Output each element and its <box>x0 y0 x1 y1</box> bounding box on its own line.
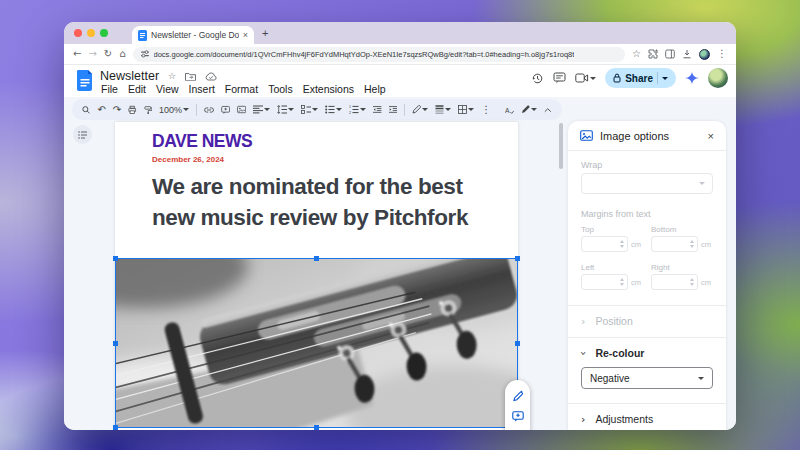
tab-close-icon[interactable]: × <box>243 31 248 40</box>
chrome-menu-icon[interactable]: ⋮ <box>717 49 727 59</box>
numbered-list-control[interactable]: 12 <box>349 105 366 114</box>
star-document-icon[interactable]: ☆ <box>168 71 176 81</box>
table-options-control[interactable] <box>458 105 474 114</box>
recolour-section[interactable]: › Re-colour <box>581 347 713 359</box>
margin-right-label: Right <box>651 263 670 272</box>
site-settings-icon[interactable] <box>141 50 149 58</box>
docs-logo[interactable] <box>77 70 93 91</box>
selection-handle-bottom-center[interactable] <box>314 425 319 430</box>
share-caret-icon[interactable] <box>662 77 668 80</box>
traffic-minimize-button[interactable] <box>87 29 95 37</box>
bookmark-star-icon[interactable]: ☆ <box>632 49 641 59</box>
new-tab-button[interactable]: + <box>262 27 268 39</box>
zoom-caret-icon <box>183 108 189 111</box>
profile-avatar[interactable] <box>699 49 710 60</box>
document-title[interactable]: Newsletter <box>100 69 159 83</box>
side-panel-icon[interactable] <box>665 49 675 59</box>
menu-tools[interactable]: Tools <box>263 83 298 96</box>
position-section[interactable]: › Position <box>581 315 713 327</box>
menu-format[interactable]: Format <box>220 83 263 96</box>
menu-insert[interactable]: Insert <box>184 83 220 96</box>
address-bar[interactable]: docs.google.com/document/d/1QVrCmFHhv4jF… <box>133 47 626 62</box>
recolour-label: Re-colour <box>595 347 644 359</box>
image-quick-actions <box>505 380 530 430</box>
pen-tools-control[interactable] <box>412 105 428 114</box>
reload-icon[interactable]: ↻ <box>104 49 112 59</box>
add-comment-icon[interactable] <box>221 105 230 115</box>
margin-bottom-label: Bottom <box>651 225 676 234</box>
add-comment-image-icon[interactable] <box>512 411 524 422</box>
checklist-control[interactable] <box>301 105 318 114</box>
menu-extensions[interactable]: Extensions <box>298 83 359 96</box>
home-icon[interactable]: ⌂ <box>119 49 125 59</box>
margin-top-field[interactable] <box>581 236 628 252</box>
panel-close-icon[interactable]: × <box>708 130 714 142</box>
selection-handle-top-right[interactable] <box>515 256 520 261</box>
selection-handle-top-left[interactable] <box>113 256 118 261</box>
line-spacing-control[interactable] <box>277 105 294 114</box>
margin-left-field[interactable] <box>581 274 628 290</box>
bulleted-list-control[interactable] <box>325 105 342 114</box>
recolour-value: Negative <box>590 373 698 384</box>
zoom-control[interactable]: 100% <box>159 105 189 115</box>
traffic-zoom-button[interactable] <box>100 29 108 37</box>
menu-view[interactable]: View <box>151 83 184 96</box>
recolour-chevron-icon: › <box>578 351 589 355</box>
adjustments-label: Adjustments <box>595 413 653 425</box>
download-icon[interactable] <box>682 49 692 59</box>
margin-right-field[interactable] <box>651 274 698 290</box>
move-folder-icon[interactable] <box>185 72 196 81</box>
gemini-sparkle-icon[interactable] <box>685 71 699 85</box>
selection-handle-middle-left[interactable] <box>113 341 118 346</box>
extensions-icon[interactable] <box>648 49 658 59</box>
document-outline-button[interactable] <box>73 125 92 144</box>
undo-icon[interactable]: ↶ <box>97 105 105 115</box>
browser-tab[interactable]: Newsletter - Google Docs × <box>132 26 254 44</box>
edit-image-icon[interactable] <box>512 390 524 402</box>
toolbar-overflow-icon[interactable]: ⋮ <box>481 105 491 115</box>
redo-icon[interactable]: ↷ <box>113 105 121 115</box>
margin-bottom-field[interactable] <box>651 236 698 252</box>
paint-format-icon[interactable] <box>144 105 152 115</box>
document-scrollbar[interactable] <box>559 123 563 169</box>
margin-left-label: Left <box>581 263 594 272</box>
selection-handle-top-center[interactable] <box>314 256 319 261</box>
traffic-close-button[interactable] <box>74 29 82 37</box>
toolbar-divider <box>404 104 405 116</box>
forward-icon[interactable]: → <box>88 49 96 59</box>
position-chevron-icon: › <box>581 316 585 327</box>
border-options-control[interactable] <box>435 105 451 114</box>
meet-call-control[interactable] <box>575 73 596 83</box>
insert-link-icon[interactable] <box>204 106 214 114</box>
comment-history-icon[interactable] <box>553 72 566 84</box>
outline-icon <box>78 131 88 139</box>
decrease-indent-icon[interactable] <box>373 105 381 114</box>
wrap-dropdown[interactable] <box>581 173 713 194</box>
back-icon[interactable]: ← <box>73 49 81 59</box>
adjustments-section[interactable]: › Adjustments <box>581 413 713 425</box>
menu-file[interactable]: File <box>96 83 123 96</box>
selection-handle-bottom-left[interactable] <box>113 425 118 430</box>
docs-profile-avatar[interactable] <box>708 68 728 88</box>
menu-edit[interactable]: Edit <box>123 83 151 96</box>
hide-menus-icon[interactable] <box>544 107 552 113</box>
cloud-status-icon[interactable] <box>205 72 217 81</box>
selection-handle-middle-right[interactable] <box>515 341 520 346</box>
share-label: Share <box>625 73 653 84</box>
inline-image-guitar[interactable] <box>115 258 518 428</box>
editing-mode-control[interactable] <box>521 105 537 114</box>
print-icon[interactable] <box>128 105 136 115</box>
version-history-icon[interactable] <box>531 72 544 85</box>
spell-check-icon[interactable]: A <box>505 105 514 115</box>
increase-indent-icon[interactable] <box>389 105 397 114</box>
insert-image-icon[interactable] <box>237 105 246 114</box>
share-button[interactable]: Share <box>605 68 676 88</box>
align-control[interactable] <box>253 105 270 114</box>
margin-top-label: Top <box>581 225 594 234</box>
search-menus-icon[interactable] <box>82 105 90 115</box>
document-page[interactable]: DAVE NEWS December 26, 2024 We are nomin… <box>115 122 518 430</box>
newsletter-title: DAVE NEWS <box>152 131 252 152</box>
recolour-select[interactable]: Negative <box>581 367 713 389</box>
menu-help[interactable]: Help <box>359 83 391 96</box>
lock-icon <box>613 73 621 83</box>
